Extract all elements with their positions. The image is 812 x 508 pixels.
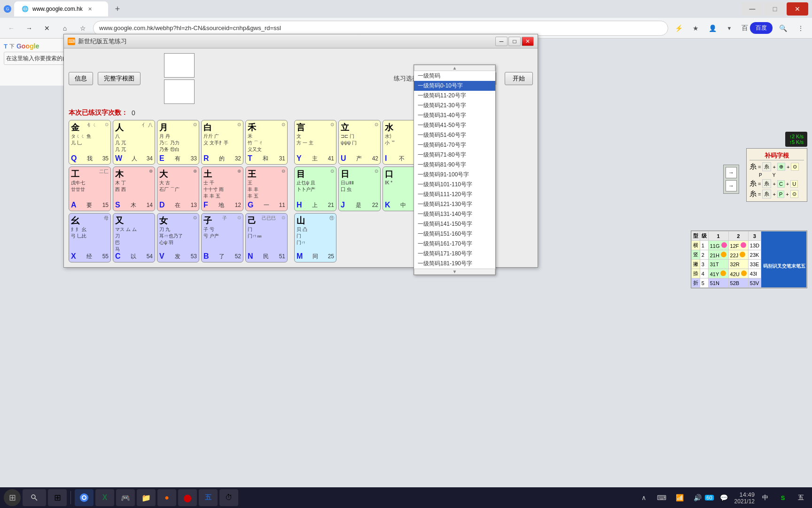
dropdown-item-6[interactable]: 一级简码51-60号字 xyxy=(414,130,495,140)
dropdown-item-9[interactable]: 一级简码81-90号字 xyxy=(414,160,495,170)
taskbar-file-btn[interactable]: 📁 xyxy=(137,489,156,506)
app-minimize-btn[interactable]: ─ xyxy=(495,37,508,46)
bookmark-btn[interactable]: ☆ xyxy=(75,21,90,36)
taskbar-keyboard-icon[interactable]: ⌨ xyxy=(654,490,669,505)
dropdown-item-14[interactable]: 一级简码131-140号字 xyxy=(414,209,495,219)
key-N[interactable]: 己 己已巳 ⊙ 门 门ㄇ㎜ N 民 51 xyxy=(245,213,288,262)
taskbar-wubi-btn[interactable]: 五 xyxy=(199,489,218,506)
key-H[interactable]: 目 ⊙ 止乜ψ 且 卜卜户产 H 上 21 xyxy=(294,167,336,211)
browser-tab[interactable]: 🌐 www.google.com.hk ✕ xyxy=(14,1,108,16)
key-F[interactable]: 土 ⊕ 士 千 十十寸 雨 丰 丰 五 F 地 12 xyxy=(201,167,243,211)
key-A[interactable]: 工 二匚 戊㐄七 廿廿廿 A 要 15 xyxy=(69,167,111,211)
start-btn[interactable]: 开始 xyxy=(505,72,533,85)
extension-icon[interactable]: ⚡ xyxy=(671,21,686,36)
profile-icon[interactable]: 👤 xyxy=(705,21,720,36)
dropdown-item-10[interactable]: 一级简码91-100号字 xyxy=(414,170,495,180)
app-close-btn[interactable]: ✕ xyxy=(522,37,534,46)
dropdown-item-2[interactable]: 一级简码11-20号字 xyxy=(414,91,495,101)
dropdown-item-19[interactable]: 一级简码181-190号字 xyxy=(414,259,495,269)
info-btn[interactable]: 信息 xyxy=(69,72,93,85)
key-U[interactable]: 立 ⊙ ⊐⊏ 门 ψψψ 门 U 产 42 xyxy=(338,120,381,165)
char-display-2[interactable] xyxy=(164,79,195,104)
bookmark-star-icon[interactable]: ★ xyxy=(688,21,703,36)
dropdown-item-0[interactable]: 一级简码 xyxy=(414,71,495,81)
key-X-radicals: 纟纟 幺 弓 乚比 xyxy=(71,226,109,252)
dropdown-item-16[interactable]: 一级简码151-160号字 xyxy=(414,229,495,239)
taskbar-wubi-input-icon[interactable]: 五 xyxy=(793,490,808,505)
key-S[interactable]: 木 ⊕ 木 丁 西 西 S 木 14 xyxy=(113,167,155,211)
key-J[interactable]: 日 ⊙ 日⊔ⅡⅡ 囗 虫 J 是 22 xyxy=(338,167,381,211)
dropdown-item-13[interactable]: 一级简码121-130号字 xyxy=(414,199,495,209)
arrow-up-btn[interactable]: → xyxy=(726,167,737,178)
counter-value: 0 xyxy=(132,109,135,117)
dropdown-item-15[interactable]: 一级简码141-150号字 xyxy=(414,219,495,229)
key-D[interactable]: 大 ⊕ 大 古 石厂 ⌒广 D 在 13 xyxy=(157,167,199,211)
reload-btn[interactable]: ✕ xyxy=(39,21,55,36)
scroll-down-btn[interactable]: ▼ xyxy=(414,269,495,275)
dropdown-item-4[interactable]: 一级简码31-40号字 xyxy=(414,111,495,120)
key-G[interactable]: 王 ⊖ 王 丰 丰 丰 五 G 一 11 xyxy=(245,167,288,211)
baidu-logo[interactable]: 百 xyxy=(742,24,748,32)
supplement-row-3: 糸 = 糸 + P + ⊙ xyxy=(750,190,804,198)
taskbar-excel-btn[interactable]: X xyxy=(95,489,114,506)
forward-btn[interactable]: → xyxy=(22,21,37,36)
start-menu-btn[interactable]: ⊞ xyxy=(4,489,21,506)
dropdown-item-7[interactable]: 一级简码61-70号字 xyxy=(414,140,495,150)
scroll-up-btn[interactable]: ▲ xyxy=(414,65,495,71)
taskbar-badge: 60 xyxy=(705,495,713,500)
key-Y[interactable]: 言 ⊙ 文 方 一 主 Y 主 41 xyxy=(294,120,336,165)
taskbar-chrome-btn[interactable] xyxy=(75,489,94,506)
key-R[interactable]: 白 ⊙ 斤斤 广 义 文手扌手 R 的 32 xyxy=(201,120,243,165)
key-Q-radicals: タㄑㄑ 鱼 儿 乚 xyxy=(71,133,109,154)
taskbar-s-icon[interactable]: S xyxy=(775,490,790,505)
key-X[interactable]: 幺 母 纟纟 幺 弓 乚比 X 经 55 xyxy=(69,213,111,262)
key-T[interactable]: 禾 ⊙ 禾 竹 ⌒ㄔ 义又文 T 和 31 xyxy=(245,120,288,165)
tab-close-btn[interactable]: ✕ xyxy=(86,5,94,13)
expand-icon[interactable]: ▼ xyxy=(722,21,737,36)
app-maximize-btn[interactable]: □ xyxy=(508,37,521,46)
key-W[interactable]: 人 亻 八 八 几 兀 几 兀 W 人 34 xyxy=(113,120,155,165)
key-C[interactable]: 又 マス ム ム 刀 巴 马 C 以 54 xyxy=(113,213,155,262)
complete-btn[interactable]: 完整字根图 xyxy=(98,72,141,85)
maximize-btn[interactable]: □ xyxy=(764,2,786,16)
taskbar-red-btn[interactable]: ⬤ xyxy=(178,489,197,506)
tab-title: www.google.com.hk xyxy=(32,6,83,12)
key-E[interactable]: 月 ⊙ 月 丹 乃ㄈ 乃力 乃务 ⑪白 E 有 33 xyxy=(157,120,199,165)
taskbar-up-icon[interactable]: ∧ xyxy=(636,490,651,505)
key-Q[interactable]: 金 钅ㄑ ⊙ タㄑㄑ 鱼 儿 乚 Q 我 35 xyxy=(69,120,111,165)
baidu-btn[interactable]: 百度 xyxy=(750,22,773,34)
url-text: www.google.com.hk/webhp?hl=zh-CN&sourcei… xyxy=(99,24,281,32)
minimize-btn[interactable]: ─ xyxy=(742,2,763,16)
dropdown-item-8[interactable]: 一级简码71-80号字 xyxy=(414,150,495,160)
taskbar-app1-btn[interactable]: 🎮 xyxy=(116,489,135,506)
key-V[interactable]: 女 ⊙ 刀 九 耳ㄇ也乃了 心ψ 羽 V 发 53 xyxy=(157,213,199,262)
taskbar-network-icon[interactable]: 📶 xyxy=(672,490,687,505)
dropdown-item-18[interactable]: 一级简码171-180号字 xyxy=(414,249,495,259)
dropdown-item-1[interactable]: 一级简码0-10号字 xyxy=(414,81,495,91)
dropdown-item-11[interactable]: 一级简码101-110号字 xyxy=(414,180,495,190)
close-btn[interactable]: ✕ xyxy=(787,2,808,16)
taskbar-view-btn[interactable]: ⊞ xyxy=(48,489,67,506)
new-tab-btn[interactable]: + xyxy=(111,2,124,16)
dropdown-item-12[interactable]: 一级简码111-120号字 xyxy=(414,190,495,199)
arrow-down-btn[interactable]: → xyxy=(726,180,737,191)
taskbar-msg-icon[interactable]: 💬 xyxy=(717,490,732,505)
home-btn[interactable]: ⌂ xyxy=(57,21,72,36)
char-display-1[interactable] xyxy=(164,53,195,78)
address-bar[interactable]: www.google.com.hk/webhp?hl=zh-CN&sourcei… xyxy=(93,21,668,36)
key-B[interactable]: 子 子 ⊙ 子 亏 亏 户产 B 了 52 xyxy=(201,213,243,262)
back-btn[interactable]: ← xyxy=(4,21,19,36)
taskbar-time[interactable]: 14:49 2021/12 xyxy=(734,491,755,505)
search-icon[interactable]: 🔍 xyxy=(775,21,790,36)
key-M[interactable]: 山 ⑪ 贝 凸 门 门ㄇ M 同 25 xyxy=(294,213,336,262)
dropdown-item-17[interactable]: 一级简码161-170号字 xyxy=(414,239,495,249)
dropdown-scroll[interactable]: 一级简码 一级简码0-10号字 一级简码11-20号字 一级简码21-30号字 … xyxy=(414,71,495,269)
more-icon[interactable]: ⋮ xyxy=(793,21,808,36)
taskbar-clock-btn[interactable]: ⏱ xyxy=(219,489,238,506)
taskbar-ime-icon[interactable]: 中 xyxy=(757,490,773,505)
dropdown-item-3[interactable]: 一级简码21-30号字 xyxy=(414,101,495,111)
dropdown-item-5[interactable]: 一级简码41-50号字 xyxy=(414,120,495,130)
taskbar-search-btn[interactable] xyxy=(23,489,46,506)
taskbar-volume-icon[interactable]: 🔊 xyxy=(690,490,705,505)
taskbar-browser-btn[interactable]: ● xyxy=(157,489,176,506)
